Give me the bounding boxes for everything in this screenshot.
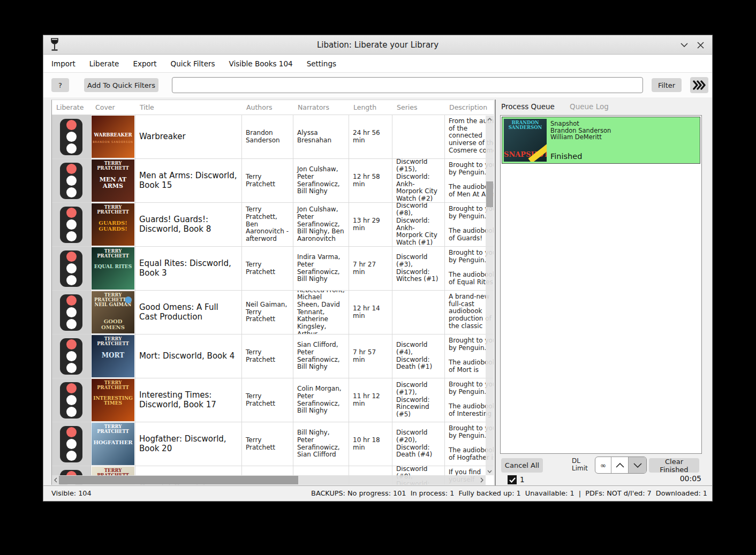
help-button[interactable]: ? — [51, 78, 69, 92]
liberate-cell — [52, 422, 91, 466]
series-cell: Discworld (#8), Discworld: Ankh-Morpork … — [392, 203, 445, 246]
window-title: Libation: Liberate your Library — [43, 35, 712, 55]
backup-stats: BACKUPS: No progress: 101 In process: 1 … — [311, 489, 707, 497]
liberate-cell — [52, 159, 91, 202]
scroll-up-icon[interactable] — [486, 116, 494, 123]
series-cell: Discworld (#15), Discworld: Ankh-Morpork… — [392, 159, 445, 202]
scroll-down-icon[interactable] — [486, 468, 494, 475]
spinner-down-icon[interactable] — [629, 457, 646, 473]
liberate-traffic-light-icon[interactable] — [60, 207, 82, 243]
column-header-title[interactable]: Title — [135, 100, 242, 115]
scroll-left-icon[interactable] — [52, 475, 59, 485]
tab-process-queue[interactable]: Process Queue — [501, 102, 555, 111]
liberate-cell — [52, 378, 91, 422]
book-cover-art: TERRY PRATCHETTINTERESTING TIMES — [92, 379, 134, 421]
clear-finished-button[interactable]: Clear Finished — [649, 458, 699, 473]
narrators-cell: Sian Clifford, Peter Serafinowicz, Bill … — [293, 334, 349, 378]
cover-cell: TERRY PRATCHETTMORT — [91, 334, 135, 378]
minimize-button[interactable] — [678, 40, 691, 50]
filter-button[interactable]: Filter — [652, 78, 682, 92]
horizontal-scrollbar-thumb[interactable] — [59, 476, 298, 484]
panel-splitter[interactable] — [495, 100, 496, 486]
cover-cell: TERRY PRATCHETTGUARDS! GUARDS! — [91, 203, 135, 246]
series-cell: Discworld (#17), Discworld: Rincewind (#… — [392, 378, 445, 422]
dl-limit-value[interactable]: ∞ — [595, 457, 611, 473]
book-cover-art: TERRY PRATCHETTHOGFATHER — [92, 423, 134, 465]
search-input[interactable] — [172, 77, 643, 93]
length-cell: 13 hr 29 min — [349, 203, 392, 246]
liberate-traffic-light-icon[interactable] — [60, 163, 82, 199]
book-row[interactable]: TERRY PRATCHETTEQUAL RITESEqual Rites: D… — [52, 247, 494, 291]
series-cell: Discworld (#20), Discworld: Death (#4) — [392, 422, 445, 466]
cover-cell: TERRY PRATCHETTEQUAL RITES — [91, 247, 135, 290]
authors-cell: Neil Gaiman, Terry Pratchett — [242, 291, 293, 334]
liberate-traffic-light-icon[interactable] — [60, 382, 82, 419]
column-header-liberate[interactable]: Liberate — [52, 100, 91, 115]
spinner-up-icon[interactable] — [611, 457, 629, 473]
series-cell — [392, 291, 445, 334]
length-cell: 7 hr 27 min — [349, 247, 392, 290]
book-row[interactable]: TERRY PRATCHETTMORTMort: Discworld, Book… — [52, 334, 494, 378]
cover-cell: TERRY PRATCHETTINTERESTING TIMES — [91, 378, 135, 422]
status-bar: Visible: 104 BACKUPS: No progress: 101 I… — [43, 485, 712, 501]
queue-count-checkbox[interactable] — [508, 475, 517, 484]
menu-item-import[interactable]: Import — [44, 59, 82, 68]
queue-item-title: Snapshot — [550, 120, 579, 127]
menu-item-quick-filters[interactable]: Quick Filters — [164, 59, 222, 68]
scroll-right-icon[interactable] — [478, 475, 486, 485]
book-row[interactable]: TERRY PRATCHETTGUARDS! GUARDS!Guards! Gu… — [52, 203, 494, 247]
authors-cell: Terry Pratchett — [242, 334, 293, 378]
liberate-traffic-light-icon[interactable] — [60, 250, 82, 287]
horizontal-scrollbar[interactable] — [52, 475, 486, 485]
series-cell: Discworld (#4), Discworld: Death (#1) — [392, 334, 445, 378]
queue-item-cover: BRANDON SANDERSONSNAPSHOT — [504, 119, 547, 162]
liberate-traffic-light-icon[interactable] — [60, 119, 82, 155]
title-cell: Good Omens: A Full Cast Production — [135, 291, 242, 334]
narrators-cell: Jon Culshaw, Peter Serafinowicz, Bill Ni… — [293, 159, 349, 202]
add-to-quick-filters-button[interactable]: Add To Quick Filters — [84, 78, 158, 92]
book-cover-art: TERRY PRATCHETT & NEIL GAIMANGOOD OMENS — [92, 291, 134, 333]
book-row[interactable]: WARBREAKERBRANDON SANDERSONWarbreakerBra… — [52, 115, 494, 159]
app-window: Libation: Liberate your Library ImportLi… — [43, 35, 713, 501]
menu-item-export[interactable]: Export — [126, 59, 163, 68]
vertical-scrollbar[interactable] — [486, 116, 494, 475]
queue-count-label: 1 — [520, 475, 525, 484]
column-header-description[interactable]: Description — [445, 100, 494, 115]
book-row[interactable]: TERRY PRATCHETTMEN AT ARMSMen at Arms: D… — [52, 159, 494, 203]
queue-item-snapshot[interactable]: BRANDON SANDERSONSNAPSHOT Snapshot Brand… — [502, 117, 700, 164]
cover-cell: TERRY PRATCHETTMEN AT ARMS — [91, 159, 135, 202]
liberate-cell — [52, 291, 91, 334]
menu-item-settings[interactable]: Settings — [300, 59, 343, 68]
liberate-traffic-light-icon[interactable] — [60, 426, 82, 462]
column-header-cover[interactable]: Cover — [91, 100, 135, 115]
close-button[interactable] — [694, 40, 707, 50]
tab-queue-log[interactable]: Queue Log — [570, 102, 609, 111]
liberate-traffic-light-icon[interactable] — [60, 294, 82, 331]
vertical-scrollbar-thumb[interactable] — [486, 181, 493, 207]
authors-cell: Brandon Sanderson — [242, 115, 293, 158]
menu-item-liberate[interactable]: Liberate — [82, 59, 126, 68]
book-row[interactable]: TERRY PRATCHETTHOGFATHERHogfather: Discw… — [52, 422, 494, 466]
visible-count: Visible: 104 — [51, 489, 92, 497]
column-header-authors[interactable]: Authors — [242, 100, 293, 115]
menu-bar: ImportLiberateExportQuick FiltersVisible… — [43, 55, 712, 73]
length-cell: 24 hr 56 min — [349, 115, 392, 158]
book-cover-art: TERRY PRATCHETTGUARDS! GUARDS! — [92, 203, 134, 246]
fast-forward-icon[interactable] — [690, 77, 708, 93]
book-rows: WARBREAKERBRANDON SANDERSONWarbreakerBra… — [52, 115, 494, 485]
book-row[interactable]: TERRY PRATCHETTINTERESTING TIMESInterest… — [52, 378, 494, 422]
column-header-series[interactable]: Series — [392, 100, 445, 115]
title-cell: Interesting Times: Discworld, Book 17 — [135, 378, 242, 422]
liberate-traffic-light-icon[interactable] — [60, 338, 82, 375]
table-header-row: LiberateCoverTitleAuthorsNarratorsLength… — [52, 100, 494, 115]
length-cell: 12 hr 14 min — [349, 291, 392, 334]
book-cover-art: TERRY PRATCHETTEQUAL RITES — [92, 247, 134, 290]
column-header-length[interactable]: Length — [349, 100, 392, 115]
book-row[interactable]: TERRY PRATCHETT & NEIL GAIMANGOOD OMENSG… — [52, 291, 494, 334]
authors-cell: Terry Pratchett — [242, 159, 293, 202]
column-header-narrators[interactable]: Narrators — [293, 100, 349, 115]
authors-cell: Terry Pratchett — [242, 422, 293, 466]
cancel-all-button[interactable]: Cancel All — [501, 458, 543, 473]
queue-item-status: Finished — [550, 152, 582, 161]
menu-item-visible-books-104[interactable]: Visible Books 104 — [222, 59, 300, 68]
